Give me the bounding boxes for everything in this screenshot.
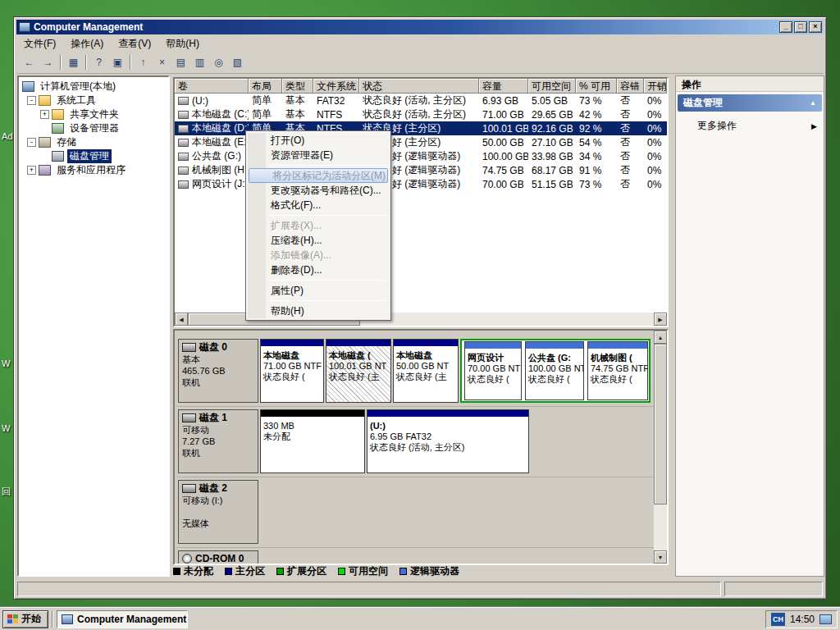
show-console-tree-button[interactable]: ▦ bbox=[64, 53, 83, 71]
disk-icon bbox=[182, 343, 196, 352]
column-header-fault-tolerance[interactable]: 容错 bbox=[617, 79, 644, 94]
cell-fault-tolerance: 否 bbox=[617, 121, 644, 135]
partition-web-design[interactable]: 网页设计 70.00 GB NT 状态良好 ( bbox=[464, 341, 522, 400]
tree-item-services-applications[interactable]: + 服务和应用程序 bbox=[19, 163, 168, 177]
tree-expander[interactable]: + bbox=[40, 110, 49, 119]
cdrom-0-info[interactable]: CD-ROM 0 bbox=[178, 550, 258, 565]
desktop-icon[interactable]: W bbox=[2, 358, 10, 368]
find-button[interactable]: ◎ bbox=[209, 53, 228, 71]
tree-item-label[interactable]: 计算机管理(本地) bbox=[38, 80, 118, 94]
display-tray-icon[interactable] bbox=[819, 614, 832, 624]
taskbar-task-computer-management[interactable]: Computer Management bbox=[57, 610, 188, 628]
scroll-right-arrow[interactable]: ▶ bbox=[654, 313, 667, 326]
column-header-free-space[interactable]: 可用空间 bbox=[528, 79, 576, 94]
partition-local-disk-e[interactable]: 本地磁盘 50.00 GB NT 状态良好 (主 bbox=[393, 339, 459, 403]
tree-item-system-tools[interactable]: - 系统工具 bbox=[19, 94, 168, 107]
volume-row-u[interactable]: (U:) 简单 基本 FAT32 状态良好 (活动, 主分区) 6.93 GB … bbox=[175, 94, 667, 107]
primary-partition-stripe bbox=[394, 340, 458, 346]
disk-2-info[interactable]: 磁盘 2 可移动 (I:) 无媒体 bbox=[178, 480, 258, 544]
partition-unallocated[interactable]: 330 MB 未分配 bbox=[260, 409, 365, 473]
disk-row-separator bbox=[176, 406, 654, 407]
open-button[interactable]: ▥ bbox=[190, 53, 209, 71]
title-bar[interactable]: Computer Management _ □ × bbox=[16, 20, 824, 34]
menu-item-delete-volume[interactable]: 删除卷(D)... bbox=[248, 262, 389, 277]
volume-icon bbox=[178, 167, 189, 175]
column-header-overhead[interactable]: 开销 bbox=[644, 79, 667, 94]
start-button[interactable]: 开始 bbox=[2, 610, 48, 628]
column-header-capacity[interactable]: 容量 bbox=[479, 79, 528, 94]
actions-section-disk-management[interactable]: 磁盘管理 ▲ bbox=[678, 94, 822, 112]
tree-item-label-selected[interactable]: 磁盘管理 bbox=[67, 149, 112, 163]
disk-status: 联机 bbox=[182, 447, 254, 459]
tree-item-label[interactable]: 设备管理器 bbox=[67, 121, 121, 135]
cell-capacity: 100.01 GB bbox=[479, 123, 528, 135]
close-button[interactable]: × bbox=[809, 21, 822, 33]
tree-item-label[interactable]: 共享文件夹 bbox=[67, 107, 121, 121]
language-indicator[interactable]: CH bbox=[771, 613, 785, 626]
menu-item-add-mirror: 添加镜像(A)... bbox=[248, 248, 389, 262]
new-window-button[interactable]: ▧ bbox=[228, 53, 247, 71]
desktop-icon[interactable]: W bbox=[2, 423, 10, 433]
help-button[interactable]: ? bbox=[89, 53, 108, 71]
more-actions-item[interactable]: 更多操作 ▶ bbox=[676, 112, 824, 140]
scroll-up-arrow[interactable]: ▲ bbox=[654, 331, 667, 344]
column-header-type[interactable]: 类型 bbox=[282, 79, 313, 94]
column-header-volume[interactable]: 卷 bbox=[175, 79, 249, 94]
partition-local-disk-d-selected[interactable]: 本地磁盘 ( 100.01 GB NT 状态良好 (主 bbox=[326, 339, 391, 403]
tree-item-label[interactable]: 存储 bbox=[54, 135, 79, 149]
logical-drive-stripe bbox=[465, 342, 521, 349]
disk-1-info[interactable]: 磁盘 1 可移动 7.27 GB 联机 bbox=[178, 409, 258, 473]
menu-item-help[interactable]: 帮助(H) bbox=[248, 304, 389, 318]
minimize-button[interactable]: _ bbox=[779, 21, 792, 33]
scroll-down-arrow[interactable]: ▼ bbox=[654, 550, 667, 564]
maximize-button[interactable]: □ bbox=[794, 21, 807, 33]
export-list-button[interactable]: ↑ bbox=[134, 53, 153, 71]
menu-item-properties[interactable]: 属性(P) bbox=[248, 283, 389, 298]
disk-0-info[interactable]: 磁盘 0 基本 465.76 GB 联机 bbox=[178, 339, 258, 403]
clock[interactable]: 14:50 bbox=[790, 614, 815, 625]
collapse-icon[interactable]: ▲ bbox=[810, 99, 816, 107]
column-header-percent-free[interactable]: % 可用 bbox=[576, 79, 617, 94]
tree-item-storage[interactable]: - 存储 bbox=[19, 135, 168, 149]
tree-item-label[interactable]: 服务和应用程序 bbox=[54, 163, 128, 177]
column-header-status[interactable]: 状态 bbox=[359, 79, 479, 94]
tree-item-shared-folders[interactable]: + 共享文件夹 bbox=[19, 107, 168, 121]
partition-local-disk-c[interactable]: 本地磁盘 71.00 GB NTF 状态良好 ( bbox=[260, 339, 324, 403]
column-header-filesystem[interactable]: 文件系统 bbox=[313, 79, 359, 94]
forward-button[interactable]: → bbox=[39, 53, 57, 71]
cell-capacity: 70.00 GB bbox=[479, 179, 528, 190]
menu-item-explorer[interactable]: 资源管理器(E) bbox=[248, 148, 389, 162]
menu-item-open[interactable]: 打开(O) bbox=[248, 133, 389, 148]
menu-item-format[interactable]: 格式化(F)... bbox=[248, 198, 389, 212]
menu-item-shrink-volume[interactable]: 压缩卷(H)... bbox=[248, 233, 389, 248]
tree-item-computer-management[interactable]: 计算机管理(本地) bbox=[19, 80, 168, 94]
menu-action[interactable]: 操作(A) bbox=[63, 35, 111, 52]
volume-row-c[interactable]: 本地磁盘 (C:) 简单 基本 NTFS 状态良好 (活动, 主分区) 71.0… bbox=[175, 107, 667, 121]
tree-item-label[interactable]: 系统工具 bbox=[54, 94, 98, 107]
vertical-scrollbar[interactable]: ▲ ▼ bbox=[654, 331, 667, 564]
console-window-button[interactable]: ▣ bbox=[108, 53, 127, 71]
menu-item-change-drive-letter[interactable]: 更改驱动器号和路径(C)... bbox=[248, 183, 389, 198]
menu-view[interactable]: 查看(V) bbox=[111, 35, 158, 52]
desktop-icon[interactable]: 回 bbox=[2, 486, 11, 498]
tree-item-device-manager[interactable]: 设备管理器 bbox=[19, 121, 168, 135]
partition-u[interactable]: (U:) 6.95 GB FAT32 状态良好 (活动, 主分区) bbox=[367, 409, 529, 473]
scroll-left-arrow[interactable]: ◀ bbox=[175, 313, 188, 326]
tree-expander[interactable]: - bbox=[27, 138, 36, 147]
tree-item-disk-management[interactable]: 磁盘管理 bbox=[19, 149, 168, 163]
desktop-icon[interactable]: Ad bbox=[2, 131, 12, 141]
cell-capacity: 6.93 GB bbox=[479, 95, 528, 107]
windows-flag-icon bbox=[7, 614, 18, 623]
tree-expander[interactable]: - bbox=[27, 96, 36, 105]
menu-item-mark-partition-active[interactable]: 将分区标记为活动分区(M) bbox=[249, 168, 388, 183]
properties-button[interactable]: ▤ bbox=[171, 53, 190, 71]
delete-button[interactable]: × bbox=[153, 53, 171, 71]
menu-help[interactable]: 帮助(H) bbox=[158, 35, 207, 52]
partition-mechanical-drawing[interactable]: 机械制图 ( 74.75 GB NTF 状态良好 ( bbox=[587, 341, 648, 400]
scrollbar-thumb[interactable] bbox=[654, 344, 667, 504]
menu-file[interactable]: 文件(F) bbox=[16, 35, 63, 52]
column-header-layout[interactable]: 布局 bbox=[249, 79, 282, 94]
tree-expander[interactable]: + bbox=[27, 166, 36, 175]
partition-public-disk-g[interactable]: 公共盘 (G: 100.00 GB NT 状态良好 ( bbox=[525, 341, 584, 400]
back-button[interactable]: ← bbox=[20, 53, 39, 71]
